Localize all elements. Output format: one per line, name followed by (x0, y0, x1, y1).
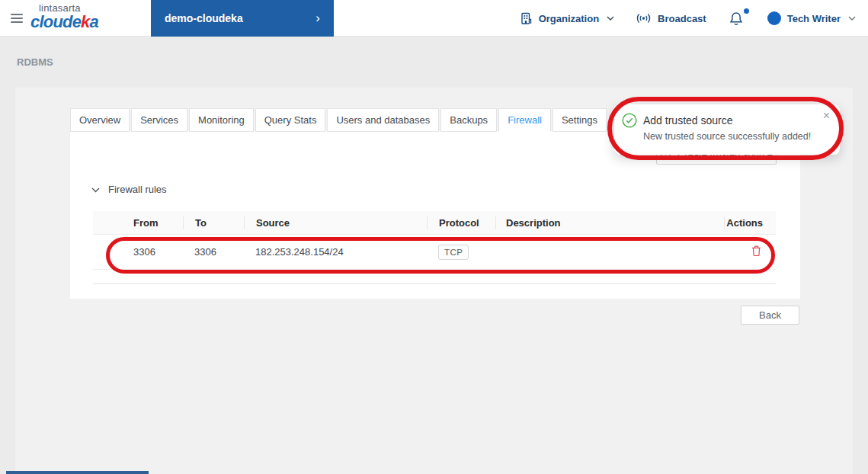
cell-to: 3306 (183, 246, 244, 258)
tab-monitoring[interactable]: Monitoring (189, 108, 254, 132)
cloudeka-logo: lintasarta cloudeka (30, 3, 98, 30)
bell-icon (729, 11, 743, 26)
toast-message: New trusted source successfully added! (643, 131, 811, 142)
check-circle-icon (622, 113, 637, 131)
screen: lintasarta cloudeka demo-cloudeka › (0, 0, 868, 474)
tab-query-stats[interactable]: Query Stats (255, 108, 326, 132)
tab-bar: Overview Services Monitoring Query Stats… (70, 108, 608, 132)
tab-overview[interactable]: Overview (70, 108, 130, 132)
table-header-row: From To Source Protocol Description Acti… (93, 211, 776, 235)
avatar (767, 11, 781, 25)
close-icon[interactable]: × (823, 110, 830, 122)
cell-source: 182.253.248.154/24 (244, 246, 427, 258)
tab-firewall[interactable]: Firewall (498, 108, 551, 132)
delete-rule-button[interactable] (750, 244, 763, 261)
chevron-down-icon (848, 16, 856, 21)
logo-cloudeka-text: cloudeka (30, 14, 98, 30)
column-header-from: From (93, 217, 183, 229)
broadcast-icon (636, 12, 652, 24)
broadcast-menu[interactable]: Broadcast (636, 12, 706, 24)
section-divider (93, 283, 776, 284)
column-header-description: Description (495, 216, 724, 229)
tab-settings[interactable]: Settings (553, 108, 607, 132)
chevron-down-icon (607, 16, 614, 21)
protocol-badge: TCP (438, 245, 469, 260)
header-nav: Organization Broadcast (520, 0, 856, 37)
tab-backups[interactable]: Backups (440, 108, 497, 132)
chevron-right-icon: › (315, 11, 320, 24)
firewall-rules-table: From To Source Protocol Description Acti… (93, 211, 776, 270)
column-header-source: Source (244, 216, 427, 229)
user-name: Tech Writer (787, 13, 841, 24)
breadcrumb: RDBMS (17, 56, 53, 68)
chevron-down-icon (91, 184, 100, 195)
cell-actions (724, 244, 776, 261)
bottom-blue-line (6, 471, 149, 474)
cell-from: 3306 (93, 246, 183, 258)
notifications-button[interactable] (729, 11, 743, 26)
organization-menu[interactable]: Organization (520, 12, 614, 25)
trash-icon (751, 245, 761, 259)
organization-icon (520, 12, 533, 25)
column-header-actions: Actions (724, 216, 776, 229)
cell-protocol: TCP (427, 245, 495, 260)
column-header-protocol: Protocol (427, 216, 495, 229)
toast-title: Add trusted source (643, 114, 733, 127)
firewall-rules-title: Firewall rules (108, 184, 167, 195)
project-name: demo-cloudeka (165, 12, 243, 24)
firewall-rules-collapse[interactable]: Firewall rules (91, 184, 167, 195)
organization-label: Organization (539, 13, 599, 24)
success-toast: Add trusted source New trusted source su… (614, 104, 840, 155)
top-header: lintasarta cloudeka demo-cloudeka › (0, 0, 868, 37)
back-button[interactable]: Back (741, 306, 799, 325)
tab-users-and-databases[interactable]: Users and databases (327, 108, 439, 132)
user-menu[interactable]: Tech Writer (767, 11, 856, 25)
table-row: 3306 3306 182.253.248.154/24 TCP (93, 235, 776, 270)
hamburger-menu-icon[interactable] (11, 14, 23, 23)
tab-services[interactable]: Services (131, 108, 187, 132)
notification-badge (744, 8, 749, 14)
column-header-to: To (183, 216, 244, 229)
broadcast-label: Broadcast (658, 13, 706, 24)
project-selector[interactable]: demo-cloudeka › (151, 0, 334, 37)
